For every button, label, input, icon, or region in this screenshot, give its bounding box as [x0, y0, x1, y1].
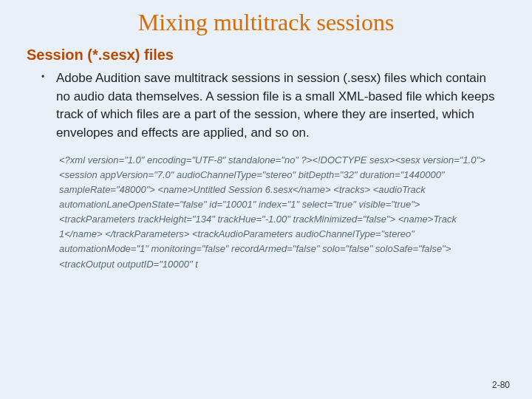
slide-title: Mixing multitrack sessions — [24, 9, 508, 36]
page-number: 2-80 — [492, 380, 510, 390]
code-sample: <?xml version="1.0" encoding="UTF-8" sta… — [59, 153, 494, 272]
bullet-item: Adobe Audition save multitrack sessions … — [46, 69, 501, 143]
section-heading: Session (*.sesx) files — [27, 47, 508, 64]
